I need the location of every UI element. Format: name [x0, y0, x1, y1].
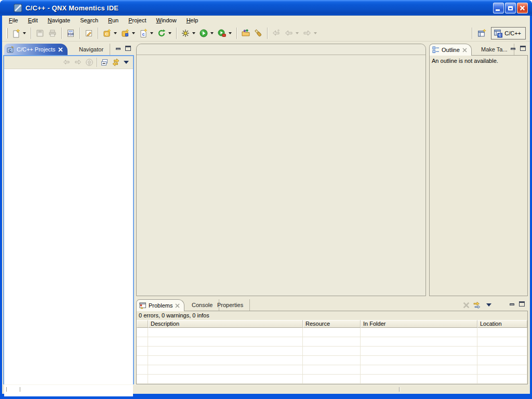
cpp-perspective-icon: C	[494, 29, 503, 38]
new-c-file-dropdown[interactable]	[150, 32, 153, 34]
table-row[interactable]	[137, 328, 527, 337]
run-dropdown[interactable]	[210, 32, 214, 34]
menu-item-project[interactable]: Project	[125, 16, 150, 24]
tab-outline[interactable]: Outline	[429, 44, 472, 56]
table-row[interactable]	[137, 356, 527, 365]
cpp-projects-view: C C/C++ Projects Navigator	[3, 44, 134, 384]
collapse-all-button[interactable]	[99, 57, 110, 68]
table-cell	[303, 337, 361, 346]
status-bar	[2, 384, 530, 394]
problems-table-header: DescriptionResourceIn FolderLocation	[137, 320, 527, 328]
minimize-view-icon[interactable]	[116, 48, 121, 50]
open-element-button[interactable]	[240, 27, 252, 39]
tab-navigator[interactable]: Navigator	[73, 44, 110, 55]
column-header-resource[interactable]: Resource	[303, 320, 361, 328]
tab-properties[interactable]: Properties	[211, 299, 250, 311]
save-button-disabled	[34, 27, 46, 39]
toolbar-separator	[79, 28, 80, 39]
view-up-button-disabled	[84, 57, 95, 68]
menu-item-window[interactable]: Window	[152, 16, 180, 24]
menu-item-navigate[interactable]: Navigate	[44, 16, 74, 24]
new-wizard-button[interactable]	[10, 27, 22, 39]
back-button-disabled	[283, 27, 295, 39]
forward-dropdown-disabled	[314, 32, 317, 34]
tab-cpp-projects[interactable]: C C/C++ Projects	[4, 44, 68, 55]
menu-item-edit[interactable]: Edit	[24, 16, 42, 24]
build-button[interactable]	[155, 27, 168, 39]
debug-button[interactable]	[179, 27, 192, 39]
tab-problems[interactable]: Problems	[136, 299, 184, 311]
maximize-button[interactable]	[505, 3, 516, 14]
table-row[interactable]	[137, 365, 527, 375]
maximize-view-icon[interactable]	[519, 301, 525, 307]
profile-button[interactable]	[216, 27, 228, 39]
menu-item-search[interactable]: Search	[76, 16, 102, 24]
filter-button[interactable]	[473, 301, 481, 309]
project-tree-area[interactable]	[4, 69, 133, 396]
table-cell	[148, 337, 303, 346]
titlebar[interactable]: C/C++ - QNX Momentics IDE	[0, 0, 532, 16]
left-panel-tabs: C C/C++ Projects Navigator	[3, 44, 134, 55]
table-cell	[477, 347, 527, 355]
column-header-description[interactable]: Description	[148, 320, 303, 328]
tab-label: Make Ta...	[481, 46, 508, 52]
build-refresh-icon	[157, 29, 166, 38]
table-cell	[148, 347, 303, 355]
binary-build-button[interactable]: 010	[64, 27, 77, 39]
close-tab-icon[interactable]	[462, 48, 467, 52]
toolbar-separator	[176, 28, 177, 39]
view-menu-dropdown[interactable]	[124, 61, 129, 64]
right-panel-minmax	[511, 46, 526, 51]
problems-table[interactable]: DescriptionResourceIn FolderLocation	[137, 320, 527, 384]
cpp-projects-tab-icon: C	[7, 46, 15, 54]
cpp-perspective-button[interactable]: C C/C++	[491, 27, 526, 39]
table-cell	[148, 365, 303, 374]
table-cell	[148, 328, 303, 337]
minimize-view-icon[interactable]	[510, 303, 514, 305]
column-header-marker[interactable]	[137, 320, 148, 328]
maximize-view-icon[interactable]	[125, 46, 131, 51]
open-folder-icon	[241, 29, 250, 38]
edit-button[interactable]	[83, 27, 95, 39]
profile-dropdown[interactable]	[229, 32, 232, 34]
problems-body: 0 errors, 0 warnings, 0 infos Descriptio…	[136, 311, 528, 384]
search-button[interactable]	[252, 27, 264, 39]
table-row[interactable]	[137, 337, 527, 347]
link-with-editor-button[interactable]	[110, 57, 122, 68]
maximize-view-icon[interactable]	[520, 46, 526, 51]
column-header-location[interactable]: Location	[477, 320, 527, 328]
minimize-view-icon[interactable]	[511, 48, 515, 50]
bottom-panel-tabs: Problems Console Properties	[136, 299, 528, 311]
print-icon	[48, 29, 57, 38]
minimize-button[interactable]	[493, 3, 504, 14]
tab-label: Console	[192, 302, 212, 308]
new-c-project-button[interactable]: C	[101, 27, 113, 39]
menu-item-run[interactable]: Run	[104, 16, 122, 24]
table-row[interactable]	[137, 347, 527, 356]
column-header-in-folder[interactable]: In Folder	[361, 320, 477, 328]
new-cpp-project-button[interactable]	[119, 27, 131, 39]
table-cell	[303, 356, 361, 365]
tab-label: Properties	[217, 302, 243, 308]
menu-item-help[interactable]: Help	[183, 16, 202, 24]
cpp-perspective-label: C/C++	[504, 30, 521, 36]
new-c-file-button[interactable]: c	[137, 27, 150, 39]
toolbar-drag-handle[interactable]	[6, 28, 8, 38]
open-perspective-button[interactable]	[475, 27, 489, 39]
new-wizard-dropdown[interactable]	[23, 32, 26, 34]
tab-make-targets[interactable]: Make Ta...	[475, 44, 514, 55]
new-c-project-dropdown[interactable]	[114, 32, 117, 34]
close-button[interactable]	[517, 3, 528, 14]
run-button[interactable]	[197, 27, 210, 39]
new-cpp-project-dropdown[interactable]	[132, 32, 135, 34]
binary-file-icon: 010	[66, 29, 75, 38]
close-tab-icon[interactable]	[58, 47, 63, 52]
table-cell	[303, 347, 361, 355]
close-tab-icon[interactable]	[175, 303, 180, 308]
debug-dropdown[interactable]	[192, 32, 195, 34]
build-dropdown[interactable]	[168, 32, 171, 34]
view-menu-dropdown[interactable]	[486, 303, 491, 307]
menu-item-file[interactable]: File	[5, 16, 22, 24]
table-row[interactable]	[137, 375, 527, 384]
editor-area[interactable]	[136, 44, 426, 296]
